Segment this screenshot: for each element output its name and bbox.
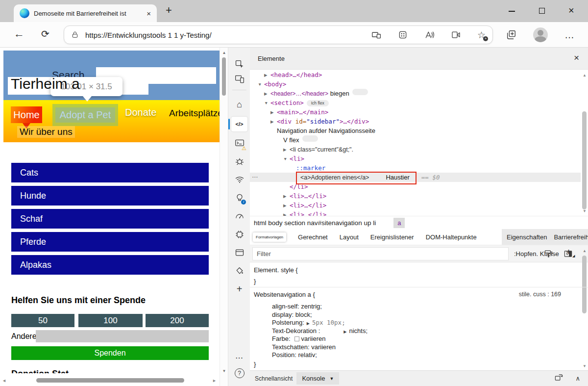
tree-scroll-up-icon[interactable]: ▲ xyxy=(583,73,587,77)
maximize-button[interactable] xyxy=(539,8,545,14)
css-property[interactable]: Polsterung:▶5px 10px; xyxy=(272,319,581,327)
scroll-up-icon[interactable]: ▲ xyxy=(220,51,228,55)
help-icon[interactable]: ? xyxy=(228,366,250,380)
dom-tree-row[interactable]: ▶<header>…</header> biegen xyxy=(250,89,581,98)
tab-dom-haltepunkte[interactable]: DOM-Haltepunkte xyxy=(426,233,477,241)
horizontal-scroll-thumb[interactable] xyxy=(36,378,184,383)
category-button-alpakas[interactable]: Alpakas xyxy=(11,255,209,275)
new-tab-button[interactable]: + xyxy=(166,4,172,17)
expand-arrow-icon[interactable]: ▼ xyxy=(283,154,290,164)
css-property[interactable]: display: block; xyxy=(272,311,581,319)
css-overview-icon[interactable] xyxy=(228,264,250,278)
memory-icon[interactable] xyxy=(228,228,250,241)
add-favorite-icon[interactable]: ☆+ xyxy=(477,30,486,40)
dom-tree-row[interactable]: ▶<main>…</main> xyxy=(250,107,581,117)
collapse-arrow-icon[interactable]: ▶ xyxy=(270,117,277,127)
inspect-tool-icon[interactable] xyxy=(228,57,250,71)
network-icon[interactable] xyxy=(228,173,250,186)
split-screen-icon[interactable] xyxy=(371,30,382,40)
tab-layout[interactable]: Layout xyxy=(340,233,359,241)
nav-item-adopt-highlighted[interactable]: Adopt a Pet xyxy=(52,104,118,126)
expand-arrow-icon[interactable]: ▼ xyxy=(258,80,264,89)
css-property[interactable]: Farbe:variieren xyxy=(272,335,581,343)
collapse-arrow-icon[interactable]: ▶ xyxy=(270,108,277,117)
dom-tree-row[interactable]: ▶<li class="current"&gt;". xyxy=(250,145,581,154)
issues-bug-icon[interactable] xyxy=(228,154,250,168)
amount-button-200[interactable]: 200 xyxy=(146,314,209,327)
breadcrumb[interactable]: html body section nav#sitenavigation up … xyxy=(250,216,588,229)
performance-icon[interactable] xyxy=(228,209,250,223)
category-button-cats[interactable]: Cats xyxy=(11,163,209,182)
collapse-arrow-icon[interactable]: ▶ xyxy=(283,192,290,201)
amount-button-100[interactable]: 100 xyxy=(78,314,143,327)
category-button-pferde[interactable]: Pferde xyxy=(11,232,209,252)
scroll-left-icon[interactable]: ◄ xyxy=(2,378,6,383)
window-close-button[interactable]: × xyxy=(568,5,574,16)
settings-menu-button[interactable]: … xyxy=(564,22,575,48)
breadcrumb-current-node[interactable]: a xyxy=(393,218,405,228)
devtools-close-icon[interactable]: × xyxy=(574,52,579,63)
nav-item-arbeitsplaetze[interactable]: Arbeitsplätze xyxy=(169,108,220,119)
donate-button[interactable]: Spenden xyxy=(11,346,209,360)
css-property[interactable]: align-self: zentrig; xyxy=(272,303,581,311)
collections-button[interactable] xyxy=(506,22,516,48)
row-more-actions-icon[interactable]: ⋯ xyxy=(252,173,258,182)
horizontal-scrollbar[interactable]: ◄ ► xyxy=(1,377,218,385)
styles-scroll-thumb[interactable] xyxy=(582,256,587,313)
tab-eigenschaften[interactable]: Eigenschaften xyxy=(507,233,547,241)
dom-tree-row[interactable]: ▶<head>…</head> xyxy=(250,70,581,79)
expand-arrow-icon[interactable]: ▼ xyxy=(264,99,270,108)
dom-tree-row[interactable]: ▶<li>…</li> xyxy=(250,201,581,210)
collapse-arrow-icon[interactable]: ▶ xyxy=(283,201,290,210)
category-button-hunde[interactable]: Hunde xyxy=(11,186,209,206)
vertical-scrollbar[interactable]: ▲ ▼ xyxy=(220,48,228,386)
scroll-right-icon[interactable]: ► xyxy=(212,378,217,383)
back-button[interactable]: ← xyxy=(14,27,24,40)
styles-scroll-down-icon[interactable]: ▼ xyxy=(583,364,587,368)
css-property[interactable]: Text-Dekoration :▶nichts; xyxy=(272,327,581,335)
tab-formatvorlagen[interactable]: Formatvorlagen xyxy=(253,232,286,242)
collapse-arrow-icon[interactable]: ▶ xyxy=(264,89,270,99)
dock-side-icon[interactable] xyxy=(554,373,564,384)
nav-item-home[interactable]: Home xyxy=(11,106,42,123)
collapse-arrow-icon[interactable]: ▶ xyxy=(283,145,290,154)
url-text[interactable]: https://Entwicklungstools 1 1 y-Testing/ xyxy=(85,31,212,39)
browser-tab[interactable]: Demoseite mit Barrierefreiheit ist × xyxy=(14,4,157,22)
dom-tree-row[interactable]: Navigation aufder Navigationsseite xyxy=(250,126,581,135)
inline-style-selector[interactable]: Element. style { xyxy=(254,266,298,274)
nav-item-donate[interactable]: Donate xyxy=(125,107,157,118)
dom-tree-row[interactable]: ▼<li> xyxy=(250,154,581,163)
console-tool-icon[interactable]: ⚠ xyxy=(228,136,250,150)
welcome-home-icon[interactable]: ⌂ xyxy=(228,98,250,111)
add-tool-icon[interactable]: + xyxy=(228,282,250,296)
tab-gerechnet[interactable]: Gerechnet xyxy=(298,233,328,241)
device-emulation-icon[interactable] xyxy=(228,72,250,86)
other-amount-input[interactable] xyxy=(36,330,209,342)
css-rule-selector[interactable]: Websitenavigation a { xyxy=(254,291,315,298)
expand-quick-view-icon[interactable]: ∧ xyxy=(575,375,580,382)
css-property[interactable]: Position: relativ; xyxy=(272,351,581,360)
dom-tree-row[interactable]: V flex xyxy=(250,135,581,145)
expand-arrow-icon[interactable]: ▶ xyxy=(343,330,346,334)
styles-scroll-up-icon[interactable]: ▲ xyxy=(583,249,587,253)
application-icon[interactable] xyxy=(228,246,250,259)
tree-scroll-down-icon[interactable]: ▼ xyxy=(583,209,587,213)
dom-tree-row[interactable]: ▼<section>Ich flex xyxy=(250,98,581,107)
rendering-paint-icon[interactable] xyxy=(544,249,553,260)
tab-close-icon[interactable]: × xyxy=(146,9,152,18)
tree-scroll-thumb[interactable] xyxy=(582,111,587,209)
dom-tree-row[interactable]: ▼<body> xyxy=(250,79,581,89)
elements-tool-icon[interactable]: </> xyxy=(228,117,250,131)
reload-button[interactable]: ⟳ xyxy=(41,28,49,40)
dom-tree-row[interactable]: ⋯<a>Adoptieren eines</a>Haustier== $0 xyxy=(250,173,581,182)
breadcrumb-path[interactable]: html body section nav#sitenavigation up … xyxy=(254,219,376,227)
collapse-arrow-icon[interactable]: ▶ xyxy=(283,210,290,216)
css-property[interactable]: Textschatten: variieren xyxy=(272,343,581,352)
styles-filter-input[interactable]: Filter xyxy=(252,247,509,260)
css-rule-source-link[interactable]: stile. cuss : 169 xyxy=(519,291,561,298)
immersive-reader-icon[interactable] xyxy=(451,30,461,40)
nav-item-wir-ueber-uns[interactable]: Wir über uns xyxy=(17,126,75,138)
dom-tree-row[interactable]: ▶<div id="sidebar">…</div> xyxy=(250,117,581,126)
category-button-schaf[interactable]: Schaf xyxy=(11,209,209,229)
apps-grid-icon[interactable] xyxy=(398,30,408,40)
